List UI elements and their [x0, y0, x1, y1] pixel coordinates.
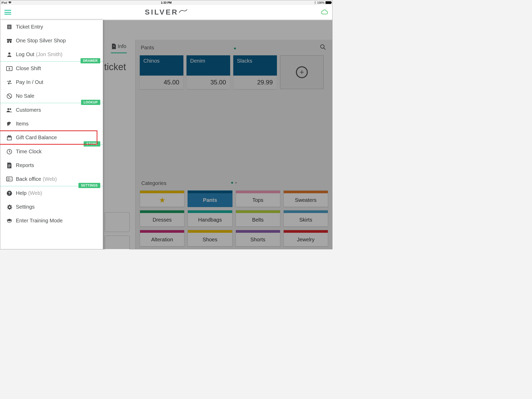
sidebar-item-help[interactable]: ?Help(Web) — [0, 186, 103, 200]
battery-icon — [325, 1, 331, 4]
training-icon — [5, 218, 14, 223]
battery-pct: 100% — [317, 1, 324, 4]
sidebar-item-sublabel: (Web) — [43, 176, 57, 182]
svg-rect-25 — [7, 180, 9, 181]
sidebar-menu: Ticket EntryOne Stop Silver ShopLog Out(… — [0, 20, 103, 249]
sidebar-item-label: Customers — [16, 107, 41, 113]
cloud-status-icon[interactable] — [321, 10, 328, 15]
sidebar-item-ticket-entry[interactable]: Ticket Entry — [0, 20, 103, 34]
svg-rect-20 — [8, 166, 11, 166]
sidebar-item-label: Close Shift — [16, 65, 41, 71]
sidebar-item-label: Settings — [16, 204, 35, 210]
receipt-icon — [5, 24, 14, 30]
sidebar-item-sublabel: (Web) — [28, 190, 42, 196]
gear-icon — [5, 204, 14, 210]
svg-rect-8 — [9, 41, 10, 43]
clock-icon — [5, 149, 14, 155]
sidebar-item-label: Gift Card Balance — [16, 135, 57, 141]
nosale-icon — [5, 93, 14, 99]
sidebar-item-label: Log Out — [16, 51, 34, 57]
sidebar-item-enter-training-mode[interactable]: Enter Training Mode — [0, 214, 103, 228]
device-label: iPad — [1, 1, 7, 4]
report-icon — [5, 162, 14, 169]
backoffice-icon — [5, 177, 14, 182]
svg-rect-24 — [7, 179, 11, 179]
brand-logo: SILVER — [145, 8, 187, 16]
items-icon — [5, 121, 14, 127]
svg-rect-19 — [8, 165, 11, 165]
customers-icon — [5, 108, 14, 112]
sidebar-item-label: Back office — [16, 176, 41, 182]
sidebar-item-label: One Stop Silver Shop — [16, 38, 66, 44]
status-time: 1:33 PM — [161, 1, 172, 4]
sidebar-item-pay-in-out[interactable]: Pay In / Out — [0, 75, 103, 89]
sidebar-item-label: No Sale — [16, 93, 34, 99]
svg-rect-21 — [8, 167, 10, 167]
sidebar-item-label: Reports — [16, 162, 34, 168]
sidebar-item-settings[interactable]: Settings — [0, 200, 103, 214]
sidebar-item-time-clock[interactable]: Time Clock — [0, 145, 103, 158]
svg-point-14 — [8, 108, 9, 110]
svg-text:$: $ — [9, 67, 10, 70]
sidebar-item-sublabel: (Jon Smith) — [36, 51, 62, 57]
svg-rect-23 — [7, 178, 10, 178]
cash-icon: $ — [5, 66, 14, 71]
sidebar-item-label: Time Clock — [16, 149, 42, 155]
sidebar-item-reports[interactable]: Reports — [0, 158, 103, 172]
sidebar-item-close-shift[interactable]: $Close Shift — [0, 62, 103, 75]
sidebar-item-label: Ticket Entry — [16, 24, 43, 30]
svg-rect-4 — [8, 26, 11, 26]
sidebar-item-items[interactable]: Items — [0, 117, 103, 131]
sidebar-item-label: Help — [16, 190, 26, 196]
svg-point-28 — [9, 206, 10, 208]
svg-rect-16 — [7, 137, 11, 140]
svg-rect-17 — [7, 136, 12, 137]
sidebar-item-customers[interactable]: Customers — [0, 103, 103, 117]
hamburger-menu-button[interactable] — [4, 10, 11, 15]
bluetooth-icon — [314, 1, 316, 4]
sidebar-item-label: Enter Training Mode — [16, 218, 63, 224]
store-icon — [5, 38, 14, 44]
help-icon: ? — [5, 190, 14, 196]
sidebar-item-label: Items — [16, 121, 29, 127]
app-header: SILVER — [0, 5, 332, 20]
svg-rect-6 — [8, 28, 11, 28]
wifi-icon — [8, 1, 12, 4]
svg-text:?: ? — [8, 191, 11, 195]
sidebar-item-label: Pay In / Out — [16, 79, 43, 85]
svg-line-13 — [8, 95, 11, 98]
status-bar: iPad 1:33 PM 100% — [0, 0, 332, 5]
gift-icon — [5, 135, 14, 141]
swap-icon — [5, 80, 14, 85]
sidebar-item-one-stop-silver-shop[interactable]: One Stop Silver Shop — [0, 34, 103, 48]
user-icon — [5, 52, 14, 57]
svg-rect-5 — [8, 27, 11, 27]
svg-point-15 — [10, 108, 11, 110]
svg-point-9 — [8, 52, 10, 55]
